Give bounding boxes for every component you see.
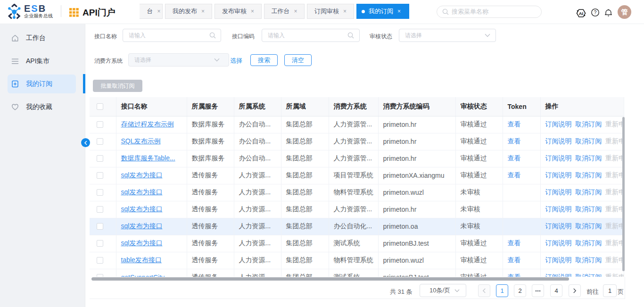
svg-text:AI: AI [579, 11, 584, 16]
svg-text:?: ? [594, 10, 597, 15]
